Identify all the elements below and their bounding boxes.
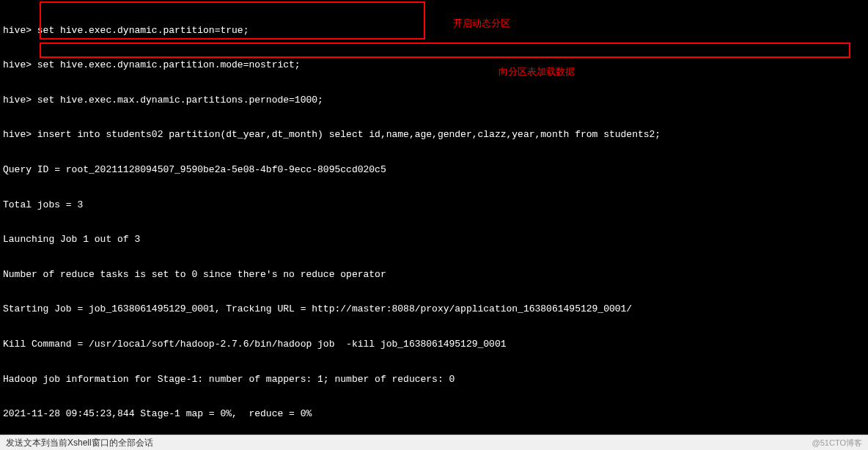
terminal-line: Hadoop job information for Stage-1: numb… [3, 374, 865, 386]
terminal-line: 2021-11-28 09:45:23,844 Stage-1 map = 0%… [3, 408, 865, 420]
terminal-line: Kill Command = /usr/local/soft/hadoop-2.… [3, 339, 865, 350]
terminal-line: Starting Job = job_1638061495129_0001, T… [3, 303, 865, 315]
terminal-line: hive> set hive.exec.max.dynamic.partitio… [3, 95, 865, 106]
terminal-line: Launching Job 1 out of 3 [3, 234, 865, 246]
watermark: @51CTO博客 [812, 438, 862, 449]
status-bar-text: 发送文本到当前Xshell窗口的全部会话 [6, 437, 153, 449]
terminal-line: hive> insert into students02 partition(d… [3, 129, 865, 141]
terminal-line: Number of reduce tasks is set to 0 since… [3, 269, 865, 281]
terminal-output[interactable]: hive> set hive.exec.dynamic.partition=tr… [0, 0, 868, 435]
terminal-line: hive> set hive.exec.dynamic.partition=tr… [3, 25, 865, 37]
terminal-line: hive> set hive.exec.dynamic.partition.mo… [3, 59, 865, 71]
highlight-box-insert-command [40, 43, 850, 58]
status-bar: 发送文本到当前Xshell窗口的全部会话 @51CTO博客 [0, 435, 868, 450]
terminal-line: Total jobs = 3 [3, 199, 865, 211]
terminal-line: Query ID = root_20211128094507_9590be2a-… [3, 164, 865, 176]
